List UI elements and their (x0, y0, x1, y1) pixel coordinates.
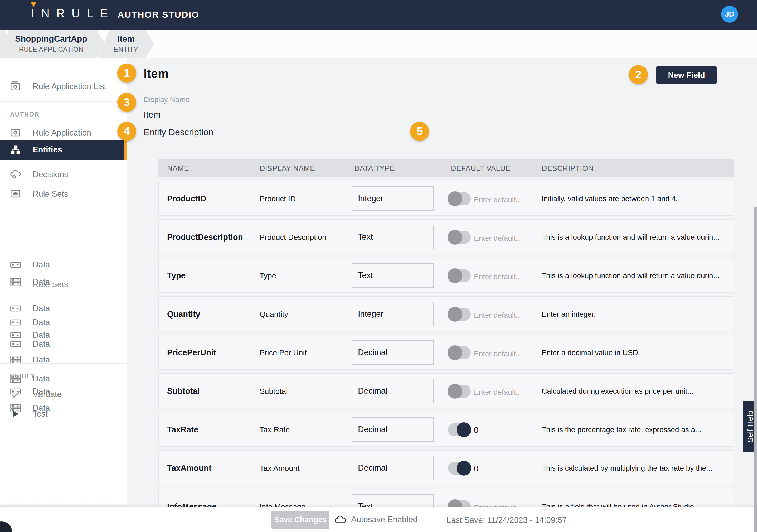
breadcrumb-entity[interactable]: Item ENTITY (98, 30, 154, 58)
default-value-input[interactable]: Enter default... (474, 196, 522, 204)
default-value-toggle[interactable] (448, 231, 471, 244)
data-type-select[interactable]: Integer (351, 186, 434, 211)
user-avatar[interactable]: JD (721, 6, 738, 23)
field-description[interactable]: Calculated during execution as price per… (542, 387, 729, 395)
field-description[interactable]: Enter an integer. (542, 310, 729, 319)
sidebar-item-data[interactable]: Data (0, 300, 127, 316)
field-row-productid: ProductID Product ID Integer Enter defau… (158, 181, 734, 216)
data-type-select[interactable]: Decimal (351, 379, 434, 403)
field-row-subtotal: Subtotal Subtotal Decimal Enter default.… (158, 373, 734, 408)
new-field-button[interactable]: New Field (656, 66, 717, 83)
field-name: Quantity (167, 309, 200, 319)
fields-table-header: NAME DISPLAY NAME DATA TYPE DEFAULT VALU… (158, 159, 734, 177)
field-row-taxrate: TaxRate Tax Rate Decimal 0 This is the p… (158, 412, 734, 447)
field-description[interactable]: Initially, valid values are between 1 an… (542, 195, 729, 203)
default-value-input[interactable]: Enter default... (474, 272, 522, 281)
save-changes-button[interactable]: Save Changes (271, 511, 329, 529)
default-value-input[interactable]: Enter default... (474, 350, 522, 358)
callout-badge-3: 3 (117, 93, 136, 112)
data-icon (10, 302, 22, 315)
footer-bar: Save Changes Autosave Enabled Last Save:… (0, 507, 757, 532)
display-name-value[interactable]: Item (144, 110, 161, 120)
sidebar-item-label: Validate (33, 390, 62, 399)
breadcrumb-rule-application[interactable]: ShoppingCartApp RULE APPLICATION (0, 30, 105, 58)
field-display-name[interactable]: Product ID (259, 195, 296, 203)
field-description[interactable]: Enter a decimal value in USD. (542, 349, 729, 357)
data-type-select[interactable]: Decimal (351, 340, 434, 364)
default-value-input[interactable]: 0 (474, 464, 478, 474)
sidebar-item-rule-sets[interactable]: Rule Sets (0, 184, 127, 204)
toggle-knob (447, 191, 462, 206)
default-value-toggle[interactable] (448, 346, 471, 359)
sidebar-item-data[interactable]: Data (0, 316, 127, 329)
sidebar-item-label: Data (33, 318, 50, 327)
data-type-select[interactable]: Text (351, 264, 434, 288)
autosave-status: Autosave Enabled (335, 512, 417, 527)
sidebar-item-rule-application-list[interactable]: Rule Application List (0, 77, 127, 97)
entity-description-label: Entity Description (144, 127, 214, 137)
sidebar-item-entities[interactable]: Entities (0, 140, 127, 160)
data-icon (10, 341, 22, 347)
default-value-input[interactable]: Enter default... (474, 388, 522, 396)
author-studio-window: INRULE AUTHOR STUDIO JD ShoppingCartApp … (0, 0, 757, 532)
toggle-knob (447, 345, 462, 360)
last-save-timestamp: Last Save: 11/24/2023 - 14:09:57 (446, 516, 567, 525)
field-display-name[interactable]: Tax Rate (259, 425, 290, 434)
sidebar-item-test[interactable]: Test (0, 404, 127, 424)
data-type-select[interactable]: Text (351, 225, 434, 249)
field-display-name[interactable]: Quantity (259, 310, 288, 319)
field-display-name[interactable]: Subtotal (259, 387, 288, 396)
default-value-toggle[interactable] (448, 308, 471, 321)
verify-section-label: VERIFY (10, 372, 35, 380)
sidebar-item-data[interactable]: Data (0, 352, 127, 368)
data-icon (10, 276, 22, 288)
data-icon (10, 332, 22, 338)
validate-check-icon (10, 389, 22, 400)
default-value-input[interactable]: 0 (474, 425, 478, 435)
field-display-name[interactable]: Type (259, 271, 276, 280)
data-type-select[interactable]: Decimal (351, 417, 434, 442)
toggle-knob (447, 384, 462, 399)
default-value-toggle[interactable] (448, 192, 471, 205)
sidebar-item-label: Rule Application (33, 128, 91, 138)
breadcrumb-bar: ShoppingCartApp RULE APPLICATION Item EN… (0, 30, 757, 58)
entity-title: Item (144, 66, 169, 81)
data-type-select[interactable]: Decimal (351, 456, 434, 480)
field-description[interactable]: This is calculated by multiplying the ta… (542, 464, 729, 472)
field-description[interactable]: This is a lookup function and will retur… (542, 233, 729, 241)
data-type-select[interactable]: Integer (351, 302, 434, 326)
breadcrumb-title: Item (117, 34, 135, 44)
default-value-input[interactable]: Enter default... (474, 234, 522, 242)
default-value-toggle[interactable] (448, 423, 471, 436)
default-value-input[interactable]: Enter default... (474, 311, 522, 320)
sidebar-item-decisions[interactable]: Decisions (0, 165, 127, 185)
field-display-name[interactable]: Product Description (259, 233, 326, 242)
vertical-scrollbar[interactable] (754, 207, 757, 532)
sidebar-item-data[interactable]: Data (0, 332, 127, 338)
field-display-name[interactable]: Price Per Unit (259, 349, 307, 357)
sidebar-item-label: Data (33, 374, 50, 384)
sidebar-ghost-rule-sets: Rule Sets (33, 283, 68, 289)
breadcrumb-title: ShoppingCartApp (15, 34, 87, 44)
field-name: ProductDescription (167, 233, 243, 242)
sidebar-divider (0, 101, 127, 102)
sidebar-item-data[interactable]: Data (0, 341, 127, 347)
default-value-toggle[interactable] (448, 462, 471, 475)
field-description[interactable]: This is the percentage tax rate, express… (542, 425, 729, 434)
product-name: AUTHOR STUDIO (118, 10, 199, 20)
column-header-data-type: DATA TYPE (354, 164, 395, 173)
rule-application-icon (10, 127, 22, 139)
field-name: Type (167, 271, 186, 280)
default-value-toggle[interactable] (448, 385, 471, 398)
callout-badge-1: 1 (117, 64, 136, 82)
inrule-logo-triangle-icon (31, 2, 36, 7)
sidebar-item-validate[interactable]: Validate (0, 384, 127, 404)
field-display-name[interactable]: Tax Amount (259, 464, 300, 473)
toggle-knob (447, 230, 462, 245)
default-value-toggle[interactable] (448, 269, 471, 282)
sidebar-item-label: Data (33, 304, 50, 313)
breadcrumb-type: RULE APPLICATION (19, 45, 83, 53)
sidebar-item-data[interactable]: Data (0, 258, 127, 271)
field-row-productdescription: ProductDescription Product Description T… (158, 219, 734, 254)
field-description[interactable]: This is a lookup function and will retur… (542, 271, 729, 280)
